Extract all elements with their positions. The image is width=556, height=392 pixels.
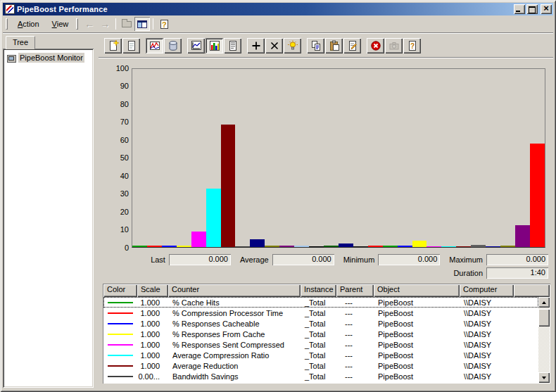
histogram-slot bbox=[486, 69, 500, 247]
highlight-button[interactable] bbox=[284, 38, 301, 53]
view-current-activity-button[interactable] bbox=[146, 38, 163, 53]
histogram-slot bbox=[279, 69, 294, 247]
update-data-button[interactable] bbox=[385, 38, 403, 53]
forward-button[interactable]: → bbox=[97, 17, 113, 31]
column-header-object[interactable]: Object bbox=[374, 284, 460, 297]
help-icon: ? bbox=[407, 40, 418, 51]
help-button[interactable] bbox=[156, 17, 172, 31]
legend-cell-parent: --- bbox=[336, 320, 374, 328]
add-counters-button[interactable] bbox=[247, 38, 265, 53]
histogram-slot bbox=[235, 69, 250, 247]
legend-cell-instance: _Total bbox=[301, 309, 336, 317]
counter-color-swatch bbox=[108, 344, 133, 346]
histogram-bar bbox=[383, 246, 398, 247]
legend-cell-swatch bbox=[103, 334, 137, 335]
back-button[interactable]: ← bbox=[82, 17, 97, 31]
tree-item-label: PipeBoost Monitor bbox=[18, 53, 84, 63]
histogram-icon bbox=[209, 40, 220, 51]
legend-cell-computer: \\DAISY bbox=[460, 298, 538, 307]
legend-row[interactable]: 1.000Average Compression Ratio_Total---P… bbox=[103, 350, 538, 360]
legend-cell-parent: --- bbox=[336, 309, 374, 317]
legend-cell-instance: _Total bbox=[301, 341, 336, 349]
paste-counter-list-button[interactable] bbox=[325, 38, 343, 53]
column-header-computer[interactable]: Computer bbox=[460, 284, 514, 297]
close-button[interactable] bbox=[541, 4, 552, 14]
system-monitor-toolbar: ? bbox=[99, 34, 553, 58]
properties-button[interactable] bbox=[343, 38, 361, 53]
legend-row[interactable]: 1.000Average Reduction_Total---PipeBoost… bbox=[103, 360, 538, 371]
legend-cell-instance: _Total bbox=[301, 351, 336, 360]
toolbar-gripper-2[interactable] bbox=[76, 18, 78, 30]
minimize-button[interactable] bbox=[514, 4, 525, 14]
freeze-display-button[interactable] bbox=[367, 38, 384, 53]
maximize-button[interactable] bbox=[526, 4, 538, 14]
column-header-filler bbox=[514, 284, 550, 297]
legend-row[interactable]: 1.000% Responses Sent Compressed_Total--… bbox=[103, 339, 538, 350]
app-icon bbox=[5, 4, 15, 14]
legend-cell-computer: \\DAISY bbox=[460, 309, 538, 317]
scroll-up-icon bbox=[542, 301, 546, 304]
scroll-up-button[interactable] bbox=[538, 297, 550, 308]
column-header-scale[interactable]: Scale bbox=[137, 284, 168, 297]
histogram-bar bbox=[486, 246, 500, 247]
freeze-icon bbox=[370, 40, 381, 51]
y-axis-tick-label: 50 bbox=[99, 153, 129, 163]
column-header-parent[interactable]: Parent bbox=[336, 284, 374, 297]
histogram-slot bbox=[309, 69, 324, 247]
legend-cell-object: PipeBoost bbox=[374, 372, 460, 381]
view-chart-button[interactable] bbox=[187, 38, 205, 53]
legend-row[interactable]: 1.000% Responses Cacheable_Total---PipeB… bbox=[103, 318, 538, 329]
show-hide-console-tree-button[interactable] bbox=[134, 17, 150, 31]
histogram-slot bbox=[324, 69, 339, 247]
legend-cell-scale: 1.000 bbox=[137, 362, 168, 370]
toolbar-separator-2 bbox=[153, 18, 153, 30]
histogram-slot bbox=[441, 69, 456, 247]
scroll-down-button[interactable] bbox=[538, 372, 550, 383]
legend-row[interactable]: 0.00...Bandwidth Savings_Total---PipeBoo… bbox=[103, 371, 538, 381]
menu-view[interactable]: View bbox=[46, 18, 75, 31]
legend-cell-instance: _Total bbox=[301, 372, 336, 381]
scrollbar-thumb[interactable] bbox=[538, 309, 550, 327]
legend-cell-scale: 1.000 bbox=[137, 298, 168, 307]
histogram-bar bbox=[353, 246, 368, 247]
view-log-file-data-button[interactable] bbox=[164, 38, 182, 53]
legend-cell-swatch bbox=[103, 365, 137, 367]
tab-tree[interactable]: Tree bbox=[6, 36, 35, 49]
histogram-bar bbox=[191, 232, 206, 247]
average-label: Average bbox=[240, 255, 269, 264]
menu-action[interactable]: Action bbox=[11, 18, 46, 31]
delete-x-icon bbox=[269, 40, 280, 51]
histogram-slot bbox=[132, 69, 147, 247]
delete-counter-button[interactable] bbox=[265, 38, 283, 53]
view-report-button[interactable] bbox=[224, 38, 241, 53]
toolbar-gripper[interactable] bbox=[6, 18, 8, 30]
new-counter-set-button[interactable] bbox=[104, 38, 122, 53]
paste-icon bbox=[329, 40, 340, 51]
up-one-level-button[interactable] bbox=[119, 17, 134, 31]
legend-cell-counter: % Compression Processor Time bbox=[168, 309, 301, 317]
tree-item-pipeboost-monitor[interactable]: PipeBoost Monitor bbox=[6, 52, 91, 63]
histogram-slot bbox=[368, 69, 383, 247]
legend-cell-computer: \\DAISY bbox=[460, 341, 538, 349]
help-button[interactable]: ? bbox=[403, 38, 421, 53]
histogram-bar bbox=[294, 246, 309, 247]
histogram-slot bbox=[339, 69, 353, 247]
legend-row[interactable]: 1.000% Responses From Cache_Total---Pipe… bbox=[103, 329, 538, 339]
legend-cell-counter: % Responses Sent Compressed bbox=[168, 341, 301, 349]
legend-header: ColorScaleCounterInstanceParentObjectCom… bbox=[103, 284, 550, 297]
clear-display-button[interactable] bbox=[122, 38, 140, 53]
legend-row[interactable]: 1.000% Compression Processor Time_Total-… bbox=[103, 308, 538, 318]
legend-row[interactable]: 1.000% Cache Hits_Total---PipeBoost\\DAI… bbox=[103, 297, 538, 308]
view-histogram-button[interactable] bbox=[206, 38, 223, 53]
legend-cell-computer: \\DAISY bbox=[460, 330, 538, 339]
column-header-instance[interactable]: Instance bbox=[301, 284, 336, 297]
column-header-color[interactable]: Color bbox=[103, 284, 137, 297]
histogram-bar bbox=[206, 189, 221, 247]
histogram-slot bbox=[147, 69, 162, 247]
legend-cell-swatch bbox=[103, 344, 137, 346]
legend-cell-object: PipeBoost bbox=[374, 341, 460, 349]
copy-properties-button[interactable] bbox=[307, 38, 324, 53]
y-axis-tick-label: 40 bbox=[99, 172, 129, 181]
legend-scrollbar[interactable] bbox=[538, 297, 550, 383]
column-header-counter[interactable]: Counter bbox=[168, 284, 301, 297]
